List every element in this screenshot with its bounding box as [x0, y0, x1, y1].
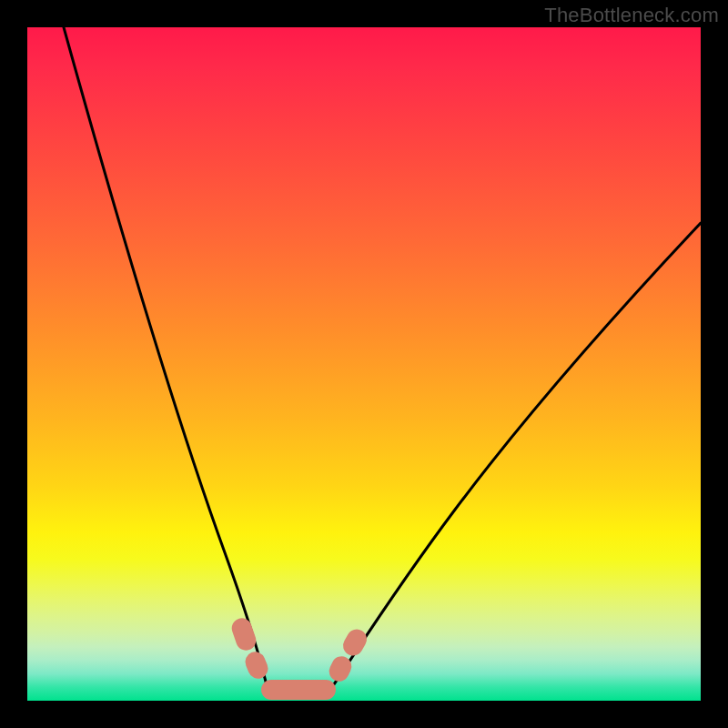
chart-frame: TheBottleneck.com	[0, 0, 728, 728]
right-upper-cap	[339, 626, 370, 660]
left-upper-cap	[229, 615, 259, 652]
plot-area	[27, 27, 701, 701]
valley-bar	[261, 680, 336, 700]
marker-layer	[27, 27, 701, 701]
watermark-text: TheBottleneck.com	[544, 4, 719, 27]
left-lower-cap	[242, 649, 271, 682]
